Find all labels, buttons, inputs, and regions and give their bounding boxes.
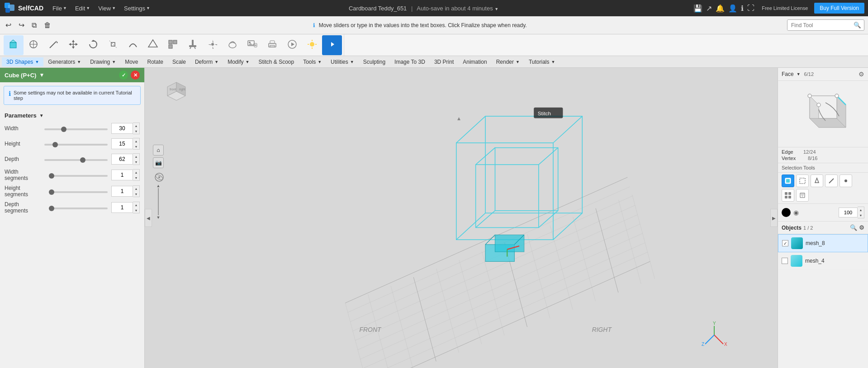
find-tool-input[interactable]	[787, 20, 851, 30]
canvas-area[interactable]: ◀ front right ⌂ 📷 ▲ ▼	[145, 68, 778, 368]
fullscreen-icon[interactable]: ⛶	[747, 4, 754, 12]
collapse-left-button[interactable]: ◀	[145, 209, 152, 227]
share-icon[interactable]: ↗	[706, 4, 712, 13]
width-segments-step-up[interactable]: ▲	[133, 170, 139, 175]
panel-dropdown-icon[interactable]: ▼	[39, 72, 44, 78]
select-mode-btn[interactable]	[796, 189, 809, 202]
menu-move[interactable]: Move	[120, 57, 142, 66]
menu-tutorials[interactable]: Tutorials▼	[524, 57, 560, 66]
select-edge-btn[interactable]	[825, 175, 838, 187]
height-segments-step-down[interactable]: ▼	[133, 191, 139, 197]
width-segments-step-down[interactable]: ▼	[133, 175, 139, 180]
height-input[interactable]	[111, 138, 133, 149]
menu-3d-shapes[interactable]: 3D Shapes▼	[2, 57, 43, 66]
menu-image-to-3d[interactable]: Image To 3D	[390, 57, 430, 66]
save-icon[interactable]: 💾	[693, 4, 702, 13]
redo-button[interactable]: ↪	[17, 19, 26, 31]
width-step-up[interactable]: ▲	[133, 123, 139, 128]
menu-generators[interactable]: Generators▼	[43, 57, 85, 66]
menu-render[interactable]: Render▼	[492, 57, 524, 66]
toolbar-generators[interactable]	[24, 35, 43, 55]
object-item-mesh-8[interactable]: mesh_8	[778, 234, 868, 252]
toolbar-tutorials[interactable]	[322, 35, 342, 55]
confirm-button[interactable]: ✓	[119, 71, 128, 80]
height-step-down[interactable]: ▼	[133, 144, 139, 149]
object-item-mesh-4[interactable]: mesh_4	[778, 252, 868, 270]
select-box-btn[interactable]	[796, 175, 809, 187]
toolbar-3d-print[interactable]	[262, 35, 282, 55]
nav-settings[interactable]: Settings ▼	[120, 3, 154, 14]
menu-sculpting[interactable]: Sculpting	[359, 57, 390, 66]
object-checkbox-mesh-4[interactable]	[782, 258, 788, 264]
depth-slider[interactable]	[44, 159, 108, 161]
toolbar-deform[interactable]	[123, 35, 143, 55]
find-tool-search-button[interactable]: 🔍	[851, 20, 864, 30]
object-checkbox-mesh-8[interactable]	[782, 240, 788, 246]
toolbar-drawing[interactable]	[43, 35, 63, 55]
opacity-input[interactable]: 100	[839, 208, 858, 217]
select-vertex-btn[interactable]	[840, 175, 852, 187]
gyroscope-button[interactable]	[154, 172, 165, 184]
depth-segments-slider[interactable]	[49, 208, 108, 209]
color-picker-button[interactable]	[782, 208, 791, 217]
toolbar-move[interactable]	[63, 35, 83, 55]
nav-file[interactable]: File ▼	[49, 3, 71, 14]
toolbar-modify[interactable]	[143, 35, 163, 55]
view-cube-settings-icon[interactable]: ⚙	[859, 71, 864, 78]
toolbar-animation[interactable]	[282, 35, 302, 55]
nav-camera-button[interactable]: 📷	[153, 157, 164, 168]
menu-drawing[interactable]: Drawing▼	[85, 57, 120, 66]
opacity-step-up[interactable]: ▲	[858, 207, 864, 212]
height-slider[interactable]	[44, 144, 108, 146]
toolbar-utilities[interactable]	[203, 35, 223, 55]
opacity-step-down[interactable]: ▼	[858, 212, 864, 218]
notifications-icon[interactable]: 🔔	[716, 4, 725, 13]
account-icon[interactable]: 👤	[728, 4, 737, 13]
objects-search-button[interactable]: 🔍	[850, 224, 857, 231]
delete-button[interactable]: 🗑	[42, 19, 53, 31]
nav-edit[interactable]: Edit ▼	[71, 3, 94, 14]
objects-settings-button[interactable]: ⚙	[859, 224, 864, 231]
info-icon[interactable]: ℹ	[741, 4, 744, 13]
select-object-btn[interactable]	[782, 175, 794, 187]
depth-input[interactable]	[111, 154, 133, 165]
depth-step-down[interactable]: ▼	[133, 159, 139, 165]
depth-segments-step-down[interactable]: ▼	[133, 208, 139, 213]
face-dropdown-icon[interactable]: ▼	[797, 72, 801, 76]
menu-stitch-scoop[interactable]: Stitch & Scoop	[254, 57, 299, 66]
depth-step-up[interactable]: ▲	[133, 154, 139, 159]
menu-utilities[interactable]: Utilities▼	[326, 57, 359, 66]
select-all-btn[interactable]	[782, 189, 794, 202]
opacity-icon[interactable]: ◉	[793, 209, 799, 216]
menu-animation[interactable]: Animation	[458, 57, 491, 66]
nav-home-button[interactable]: ⌂	[153, 145, 164, 156]
toolbar-sculpting[interactable]	[223, 35, 242, 55]
height-segments-slider[interactable]	[49, 191, 108, 193]
menu-scale[interactable]: Scale	[168, 57, 190, 66]
depth-segments-input[interactable]	[111, 202, 133, 213]
width-segments-slider[interactable]	[49, 175, 108, 177]
menu-tools[interactable]: Tools▼	[299, 57, 326, 66]
nav-view[interactable]: View ▼	[95, 3, 119, 14]
menu-modify[interactable]: Modify▼	[223, 57, 254, 66]
select-face-btn[interactable]	[811, 175, 823, 187]
toolbar-image-to-3d[interactable]	[242, 35, 262, 55]
height-segments-step-up[interactable]: ▲	[133, 186, 139, 191]
depth-segments-step-up[interactable]: ▲	[133, 202, 139, 208]
toolbar-stitch-scoop[interactable]	[163, 35, 183, 55]
height-step-up[interactable]: ▲	[133, 138, 139, 144]
buy-full-button[interactable]: Buy Full Version	[814, 3, 864, 14]
toolbar-tools[interactable]	[183, 35, 203, 55]
width-slider[interactable]	[44, 128, 108, 130]
width-step-down[interactable]: ▼	[133, 128, 139, 134]
toolbar-scale[interactable]	[103, 35, 123, 55]
width-segments-input[interactable]	[111, 170, 133, 180]
toolbar-render[interactable]	[302, 35, 322, 55]
duplicate-button[interactable]: ⧉	[30, 19, 38, 31]
menu-3d-print[interactable]: 3D Print	[430, 57, 458, 66]
cancel-button[interactable]: ✕	[131, 71, 140, 80]
menu-rotate[interactable]: Rotate	[143, 57, 168, 66]
menu-deform[interactable]: Deform▼	[190, 57, 223, 66]
collapse-right-button[interactable]: ▶	[770, 209, 778, 227]
toolbar-3d-shapes[interactable]	[4, 35, 24, 55]
